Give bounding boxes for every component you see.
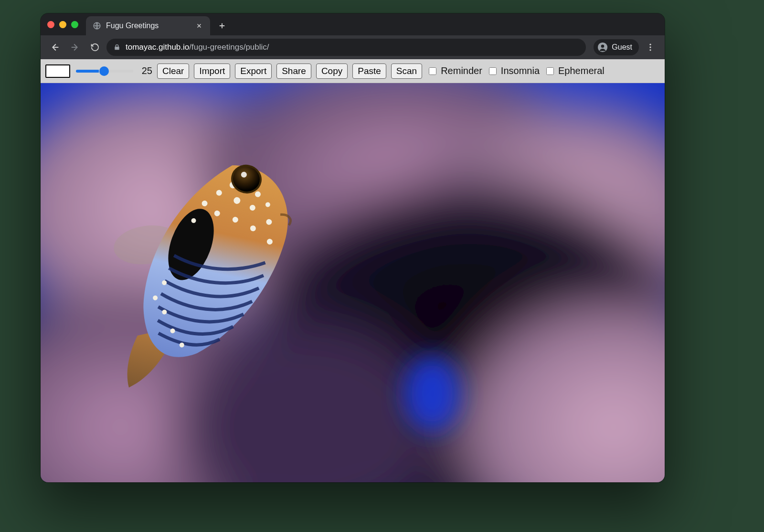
reminder-checkbox-label: Reminder (441, 65, 482, 76)
import-button[interactable]: Import (194, 64, 230, 79)
app-toolbar: 25 Clear Import Export Share Copy Paste … (41, 59, 665, 83)
person-icon (597, 42, 608, 53)
tab-strip: Fugu Greetings (41, 13, 665, 35)
export-button[interactable]: Export (235, 64, 272, 79)
brush-size-slider[interactable] (76, 70, 133, 73)
window-minimize-button[interactable] (59, 21, 66, 28)
window-maximize-button[interactable] (71, 21, 78, 28)
browser-window: Fugu Greetings (41, 13, 665, 482)
paste-button[interactable]: Paste (352, 64, 386, 79)
brush-size-value: 25 (139, 65, 152, 76)
menu-button[interactable] (642, 39, 659, 56)
tab-close-button[interactable] (195, 21, 203, 30)
reload-button[interactable] (86, 39, 104, 56)
lock-icon (113, 43, 121, 51)
address-bar[interactable]: tomayac.github.io/fugu-greetings/public/ (106, 39, 586, 56)
page-content: 25 Clear Import Export Share Copy Paste … (41, 59, 665, 482)
share-button[interactable]: Share (276, 64, 311, 79)
insomnia-checkbox-label: Insomnia (501, 65, 540, 76)
svg-point-3 (649, 44, 651, 45)
insomnia-checkbox[interactable]: Insomnia (487, 65, 540, 76)
ephemeral-checkbox-label: Ephemeral (558, 65, 605, 76)
profile-label: Guest (612, 43, 632, 52)
window-close-button[interactable] (47, 21, 54, 28)
reminder-checkbox-input[interactable] (429, 67, 436, 75)
reminder-checkbox[interactable]: Reminder (427, 65, 482, 76)
scan-button[interactable]: Scan (391, 64, 422, 79)
copy-button[interactable]: Copy (316, 64, 348, 79)
tab-title: Fugu Greetings (106, 21, 190, 30)
clear-button[interactable]: Clear (157, 64, 189, 79)
new-tab-button[interactable] (214, 18, 230, 34)
tab-fugu-greetings[interactable]: Fugu Greetings (86, 16, 210, 35)
svg-point-4 (649, 46, 651, 48)
color-picker[interactable] (45, 64, 70, 78)
svg-point-2 (601, 44, 605, 48)
svg-point-14 (403, 355, 461, 432)
canvas-image[interactable] (41, 83, 665, 482)
svg-point-5 (649, 49, 651, 51)
ephemeral-checkbox-input[interactable] (546, 67, 554, 75)
browser-toolbar: tomayac.github.io/fugu-greetings/public/… (41, 35, 665, 59)
ephemeral-checkbox[interactable]: Ephemeral (544, 65, 605, 76)
insomnia-checkbox-input[interactable] (489, 67, 497, 75)
url-path: /fugu-greetings/public/ (189, 43, 269, 52)
url-host: tomayac.github.io (126, 43, 189, 52)
profile-chip[interactable]: Guest (594, 39, 639, 55)
back-button[interactable] (46, 39, 64, 56)
url-text: tomayac.github.io/fugu-greetings/public/ (126, 43, 269, 52)
forward-button[interactable] (66, 39, 84, 56)
window-controls (47, 13, 86, 35)
globe-icon (93, 21, 101, 30)
